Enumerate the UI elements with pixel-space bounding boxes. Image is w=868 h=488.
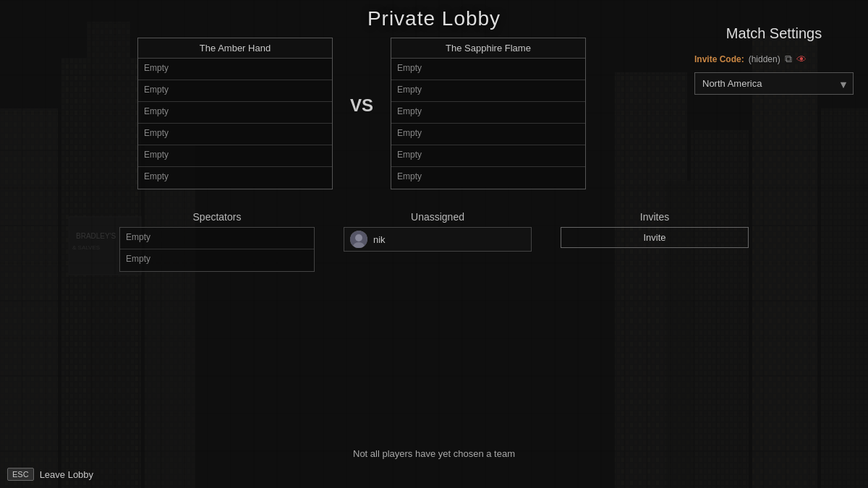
team1-slot-4[interactable]: Empty (138, 124, 332, 145)
page-title: Private Lobby (367, 7, 501, 30)
spectators-section: Spectators Empty Empty (119, 211, 315, 272)
team2-slot-4[interactable]: Empty (391, 124, 585, 145)
invite-code-row: Invite Code: (hidden) ⧉ 👁 (694, 53, 854, 65)
team2-slot-1[interactable]: Empty (391, 59, 585, 80)
unassigned-title: Unassigned (411, 211, 464, 223)
team1-slot-6[interactable]: Empty (138, 167, 332, 189)
team2-slot-2[interactable]: Empty (391, 80, 585, 102)
team1-slot-1[interactable]: Empty (138, 59, 332, 80)
invite-button[interactable]: Invite (561, 227, 749, 248)
team2-box: The Sapphire Flame Empty Empty Empty Emp… (391, 38, 586, 189)
invite-code-label: Invite Code: (694, 54, 744, 64)
invites-box: Invite (561, 227, 749, 248)
team1-slot-3[interactable]: Empty (138, 102, 332, 124)
svg-point-28 (355, 234, 362, 241)
spectators-title: Spectators (193, 211, 242, 223)
team1-slot-5[interactable]: Empty (138, 145, 332, 167)
player-avatar (350, 231, 367, 248)
vs-label: VS (333, 38, 391, 116)
match-settings-panel: Match Settings Invite Code: (hidden) ⧉ 👁… (694, 25, 854, 95)
team1-name: The Amber Hand (138, 38, 332, 59)
match-settings-title: Match Settings (694, 25, 854, 42)
team1-slot-2[interactable]: Empty (138, 80, 332, 102)
invite-code-value: (hidden) (749, 54, 780, 64)
esc-key[interactable]: ESC (7, 468, 34, 481)
spectators-box: Empty Empty (119, 227, 315, 272)
leave-lobby-label[interactable]: Leave Lobby (40, 469, 93, 480)
invites-section: Invites Invite (561, 211, 749, 248)
status-message: Not all players have yet chosen a team (353, 448, 515, 459)
team2-slot-3[interactable]: Empty (391, 102, 585, 124)
eye-icon[interactable]: 👁 (796, 53, 807, 65)
team1-box: The Amber Hand Empty Empty Empty Empty E… (137, 38, 333, 189)
unassigned-player-1[interactable]: nik (344, 227, 532, 252)
region-select-wrapper: North America Europe Asia South America … (694, 72, 854, 95)
unassigned-section: Unassigned nik (344, 211, 532, 252)
team2-slot-6[interactable]: Empty (391, 167, 585, 189)
spectator-slot-2[interactable]: Empty (120, 249, 314, 271)
esc-bar: ESC Leave Lobby (7, 468, 93, 481)
team2-name: The Sapphire Flame (391, 38, 585, 59)
spectator-slot-1[interactable]: Empty (120, 228, 314, 249)
invites-title: Invites (640, 211, 669, 223)
copy-icon[interactable]: ⧉ (785, 53, 792, 65)
region-select[interactable]: North America Europe Asia South America (694, 72, 854, 95)
team2-slot-5[interactable]: Empty (391, 145, 585, 167)
player-name: nik (373, 234, 386, 245)
unassigned-box: nik (344, 227, 532, 252)
